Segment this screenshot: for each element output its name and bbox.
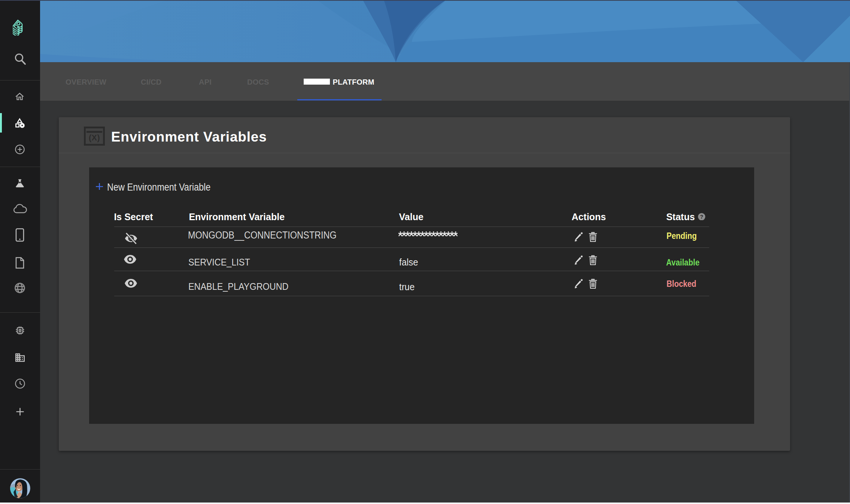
svg-text:?: ? (700, 213, 703, 219)
svg-text:(X): (X) (89, 133, 100, 142)
